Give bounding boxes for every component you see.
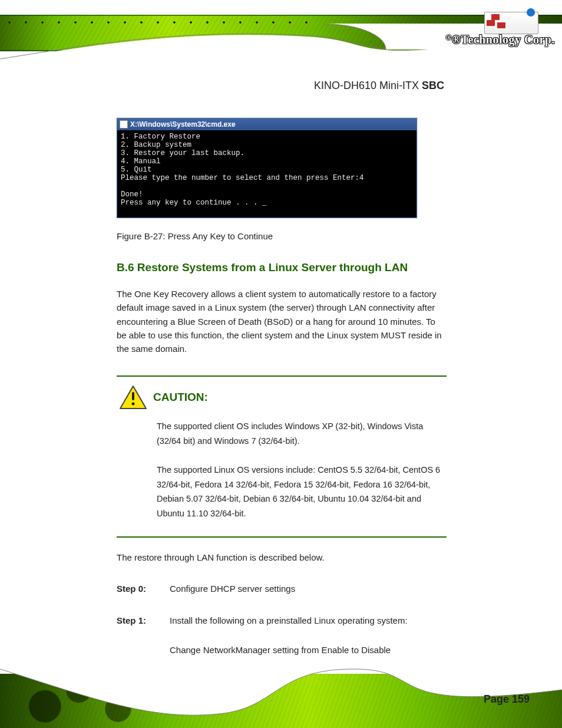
step-0: Step 0: Configure DHCP server settings — [117, 582, 447, 596]
step-1-label: Step 1: — [117, 614, 160, 657]
warning-icon — [119, 385, 147, 410]
page-number: Page 159 — [484, 693, 530, 706]
footer-pcb-band — [0, 674, 562, 728]
brand-text-value: ®Technology Corp. — [452, 33, 555, 46]
footer-banner: Page 159 — [0, 658, 562, 728]
document-title-bold: SBC — [422, 80, 444, 91]
brand-logo-blue-dot — [527, 8, 535, 17]
brand-logo-block: ®®Technology Corp. — [385, 1, 562, 54]
embedded-console-screenshot: X:\Windows\System32\cmd.exe 1. Factory R… — [117, 118, 417, 218]
steps-intro: The restore through LAN function is desc… — [117, 551, 447, 564]
header-banner: ®®Technology Corp. — [0, 0, 562, 66]
console-titlebar-text: X:\Windows\System32\cmd.exe — [130, 120, 236, 129]
step-0-label: Step 0: — [117, 582, 160, 596]
figure-caption: Figure B-27: Press Any Key to Continue — [117, 231, 447, 241]
step-1: Step 1: Install the following on a prein… — [117, 614, 447, 657]
header-band-dots — [6, 21, 315, 24]
console-titlebar: X:\Windows\System32\cmd.exe — [117, 118, 416, 130]
cmd-icon — [120, 120, 128, 129]
step-1-text-main: Install the following on a preinstalled … — [170, 615, 408, 625]
caution-box: CAUTION: The supported client OS include… — [117, 375, 447, 537]
caution-label: CAUTION: — [153, 391, 208, 404]
document-title: KINO-DH610 Mini-ITX SBC — [314, 80, 444, 92]
section-heading: B.6 Restore Systems from a Linux Server … — [117, 261, 447, 274]
step-0-text: Configure DHCP server settings — [170, 582, 447, 596]
steps-list: Step 0: Configure DHCP server settings S… — [117, 582, 447, 657]
section-title: Restore Systems from a Linux Server thro… — [137, 261, 408, 274]
caution-heading: CAUTION: — [119, 385, 444, 410]
svg-rect-1 — [132, 392, 134, 400]
brand-text: ®®Technology Corp. — [390, 33, 555, 47]
page-content: X:\Windows\System32\cmd.exe 1. Factory R… — [117, 118, 447, 675]
brand-logo-red-squares — [491, 14, 500, 20]
step-1-text: Install the following on a preinstalled … — [170, 614, 447, 657]
document-title-prefix: KINO-DH610 Mini-ITX — [314, 80, 422, 91]
svg-point-2 — [132, 403, 135, 406]
section-number: B.6 — [117, 261, 134, 274]
caution-body: The supported client OS includes Windows… — [157, 419, 444, 521]
step-1-subtext: Change NetworkManager setting from Enabl… — [170, 643, 447, 657]
section-intro-paragraph: The One Key Recovery allows a client sys… — [117, 287, 447, 355]
console-body: 1. Factory Restore 2. Backup system 3. R… — [117, 130, 416, 218]
